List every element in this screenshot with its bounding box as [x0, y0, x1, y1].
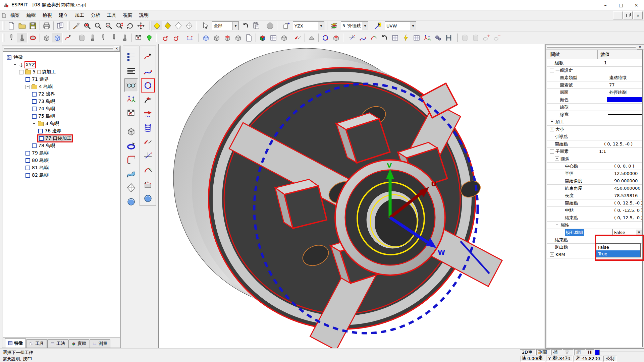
menu-window[interactable]: 視窗 — [120, 11, 136, 19]
prop-row-machining[interactable]: +加工 — [547, 118, 642, 126]
prop-row-mid-point[interactable]: 中點( 0, -12.5, 0 ) — [547, 207, 642, 214]
hole-group-combo[interactable]: False ▼ — [612, 229, 642, 236]
work-plane-combo[interactable]: YZX▼ — [293, 21, 324, 30]
undo-button[interactable] — [240, 21, 251, 31]
tree-item-81[interactable]: 81 島嶼 — [3, 164, 120, 172]
chain-select-button[interactable] — [124, 50, 138, 64]
prop-row-end-point[interactable]: 結束點 — [547, 236, 642, 244]
report-button[interactable] — [55, 21, 66, 31]
zoom-out-button[interactable] — [103, 21, 114, 31]
turning-tool-button[interactable] — [6, 33, 17, 43]
process-sheet-button[interactable] — [133, 33, 144, 43]
drilling-button[interactable] — [109, 33, 119, 43]
prop-row-end-angle[interactable]: 結束角度450.000000 — [547, 185, 642, 192]
tree-item-73[interactable]: 73 島嶼 — [3, 98, 120, 105]
tangent-arc-button[interactable] — [141, 164, 155, 177]
boss-cylinder-button[interactable] — [470, 33, 481, 43]
iso-view-button[interactable] — [201, 33, 211, 43]
grid-snap-button[interactable] — [411, 33, 422, 43]
chevron-down-icon[interactable]: ▼ — [410, 22, 416, 30]
sheet-view-button[interactable] — [233, 33, 244, 43]
direction-arrows-button[interactable] — [124, 93, 138, 106]
facing-button[interactable] — [98, 33, 109, 43]
blue-rect-button[interactable] — [390, 33, 400, 43]
toolbar-handle[interactable] — [277, 21, 279, 30]
prop-row-arc-start-point[interactable]: 開始點( 0, 12.5, -0 ) — [547, 199, 642, 207]
prop-row-layer[interactable]: 層面外徑銑削 — [547, 89, 642, 96]
tree-item-island-3[interactable]: − 3 島嶼 — [3, 120, 120, 127]
collapse-icon[interactable]: − — [555, 157, 559, 161]
expand-icon[interactable]: + — [550, 120, 554, 124]
point-to-point-button[interactable] — [63, 33, 73, 43]
tree-item-78[interactable]: 78 島嶼 — [3, 142, 120, 149]
pan-view-button[interactable] — [136, 21, 146, 31]
prop-row-line-type[interactable]: 線型 — [547, 104, 642, 111]
close-icon[interactable]: × — [114, 46, 120, 51]
viewport-3d[interactable]: V U W — [158, 44, 544, 348]
mdi-restore-button[interactable] — [623, 11, 633, 19]
bore-cylinder-button[interactable] — [460, 33, 470, 43]
layer-combo[interactable]: 5 '外徑銑▼ — [341, 21, 368, 30]
toolbar-handle[interactable] — [196, 21, 198, 30]
dropdown-option-false[interactable]: False — [596, 244, 640, 250]
prop-row-start-point[interactable]: 開始點( 0, 12.5, -0 ) — [547, 140, 642, 148]
select-button[interactable] — [200, 21, 211, 31]
toolbar-handle[interactable] — [456, 34, 458, 42]
uvw-axis-button[interactable] — [373, 21, 383, 31]
hidden-line-button[interactable] — [173, 21, 184, 31]
selection-filter-combo[interactable]: 全部▼ — [212, 21, 239, 30]
sphere-button[interactable] — [141, 192, 155, 205]
collapse-icon[interactable]: − — [550, 68, 554, 72]
expand-icon[interactable]: + — [550, 127, 554, 131]
unfold-surface-button[interactable] — [141, 178, 155, 191]
paste-button[interactable] — [251, 21, 262, 31]
toolbar-handle[interactable] — [343, 34, 345, 42]
tree-item-77-selected[interactable]: 77 口袋加工 — [3, 135, 120, 142]
wireframe-button[interactable] — [184, 21, 195, 31]
color-swatch-blue[interactable] — [607, 97, 642, 102]
stock-button[interactable] — [41, 33, 52, 43]
panel-header[interactable]: × — [546, 45, 644, 50]
tree-item-71[interactable]: 71 邊界 — [3, 76, 120, 83]
gears-button[interactable] — [433, 33, 443, 43]
multi-view-button[interactable] — [211, 33, 222, 43]
gray-solid-button[interactable] — [279, 33, 289, 43]
turning-profile-button[interactable] — [76, 33, 87, 43]
tab-tools[interactable]: 工具 — [26, 339, 47, 348]
collapse-icon[interactable]: − — [25, 85, 30, 89]
collapse-icon[interactable]: − — [555, 223, 559, 227]
stop-button[interactable] — [265, 21, 275, 31]
blank-sheet-button[interactable] — [244, 33, 254, 43]
prop-row-size[interactable]: +大小 — [547, 126, 642, 133]
shade-mode-button[interactable] — [162, 21, 173, 31]
mdi-close-button[interactable]: × — [633, 11, 643, 19]
curve-tool-button-3[interactable] — [368, 33, 379, 43]
menu-view[interactable]: 檢視 — [40, 11, 55, 19]
auto-chain-button[interactable] — [400, 33, 411, 43]
swept-surface-button[interactable] — [124, 167, 138, 180]
tab-measure[interactable]: 測量 — [90, 339, 110, 348]
trim-curve-button[interactable] — [141, 135, 155, 149]
collapse-icon[interactable]: − — [32, 122, 36, 126]
redraw-button[interactable] — [71, 21, 82, 31]
tab-solids[interactable]: 實體 — [68, 339, 89, 348]
spline-button[interactable] — [141, 50, 155, 64]
remove-hole-button[interactable] — [492, 33, 502, 43]
tree-item-75[interactable]: 75 島嶼 — [3, 113, 120, 120]
tab-operations[interactable]: 工法 — [47, 339, 68, 348]
window-minimize-button[interactable]: – — [598, 0, 613, 10]
chamfer-feature-button[interactable] — [124, 181, 138, 194]
add-hole-button[interactable] — [481, 33, 492, 43]
dropdown-option-true[interactable]: True — [596, 250, 640, 257]
zoom-window-button[interactable] — [82, 21, 93, 31]
boss-feature-button[interactable] — [331, 33, 341, 43]
curve-axis-button[interactable] — [141, 149, 155, 163]
prop-row-lead-point[interactable]: 引導點 — [547, 133, 642, 140]
toolbar-handle[interactable] — [156, 34, 158, 42]
menu-tools[interactable]: 工具 — [104, 11, 119, 19]
close-icon[interactable]: × — [637, 45, 643, 50]
tree-item-80[interactable]: 80 島嶼 — [3, 157, 120, 164]
pocketing-button[interactable] — [52, 33, 63, 43]
solid-shaded-button[interactable] — [257, 33, 268, 43]
toolbar-handle[interactable] — [2, 21, 4, 30]
